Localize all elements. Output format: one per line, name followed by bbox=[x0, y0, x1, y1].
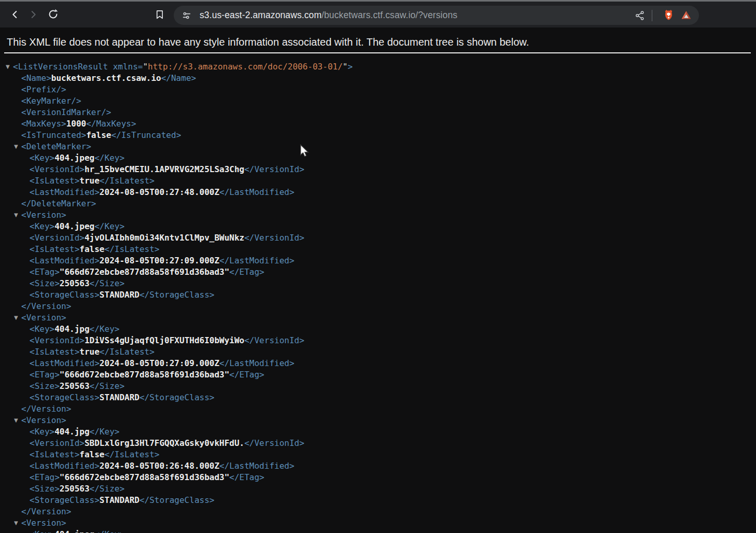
page-content: This XML file does not appear to have an… bbox=[0, 27, 756, 533]
xml-line: <LastModified>2024-08-05T00:27:09.000Z</… bbox=[0, 255, 756, 266]
xml-line: <VersionId>4jvOLAIbh0mOi34Kntv1ClMpv_BWu… bbox=[0, 232, 756, 244]
xml-line: <Key>404.jpg</Key> bbox=[0, 426, 756, 438]
xml-line: <VersionIdMarker/> bbox=[0, 107, 756, 118]
xml-line: <LastModified>2024-08-05T00:27:09.000Z</… bbox=[0, 358, 756, 369]
xml-line: </Version> bbox=[0, 403, 756, 415]
xml-line: <IsLatest>false</IsLatest> bbox=[0, 244, 756, 255]
xml-line: <Prefix/> bbox=[0, 84, 756, 95]
xml-line: <VersionId>1DiVSs4gUjaqfQlj0FXUTHd6I0bWy… bbox=[0, 335, 756, 346]
xml-line: <ETag>"666d672ebcbe877d88a58f691d36bad3"… bbox=[0, 472, 756, 483]
collapse-arrow-icon[interactable]: ▼ bbox=[6, 61, 13, 73]
xml-line: <Key>404.jpg</Key> bbox=[0, 324, 756, 335]
collapse-arrow-icon[interactable]: ▼ bbox=[14, 415, 21, 426]
urlbar-divider bbox=[652, 10, 652, 21]
xml-line: <Key>404.jpeg</Key> bbox=[0, 529, 756, 533]
collapse-arrow-icon[interactable]: ▼ bbox=[14, 312, 21, 324]
site-info-icon bbox=[181, 10, 192, 21]
xml-line: <StorageClass>STANDARD</StorageClass> bbox=[0, 495, 756, 506]
xml-line: </DeleteMarker> bbox=[0, 198, 756, 209]
xml-tree: ▼<ListVersionsResult xmlns="http://s3.am… bbox=[0, 61, 756, 533]
xml-line: <VersionId>SBDLxlGrg13Hl7FGQQXaGsky0vkHF… bbox=[0, 438, 756, 449]
brave-shields-button[interactable] bbox=[662, 9, 675, 22]
notice-divider bbox=[4, 52, 751, 53]
site-info-button[interactable] bbox=[181, 10, 192, 21]
xml-line: <KeyMarker/> bbox=[0, 95, 756, 107]
xml-line: <VersionId>hr_15bveCMEIU.1APVRVG2M25LSa3… bbox=[0, 164, 756, 175]
collapse-arrow-icon[interactable]: ▼ bbox=[14, 517, 21, 529]
back-button[interactable] bbox=[5, 5, 25, 25]
xml-line: </Version> bbox=[0, 506, 756, 517]
share-icon bbox=[634, 10, 646, 21]
xml-line: ▼<Version> bbox=[0, 209, 756, 221]
bookmark-icon bbox=[154, 9, 165, 22]
xml-line: <StorageClass>STANDARD</StorageClass> bbox=[0, 392, 756, 403]
xml-notice: This XML file does not appear to have an… bbox=[7, 36, 529, 48]
xml-line: <IsLatest>true</IsLatest> bbox=[0, 175, 756, 187]
xml-line: </Version> bbox=[0, 301, 756, 312]
xml-line: <IsLatest>true</IsLatest> bbox=[0, 346, 756, 358]
xml-line: <LastModified>2024-08-05T00:27:48.000Z</… bbox=[0, 187, 756, 198]
mouse-cursor bbox=[299, 144, 311, 160]
share-button[interactable] bbox=[633, 9, 647, 22]
xml-line: <Name>bucketwars.ctf.csaw.io</Name> bbox=[0, 73, 756, 84]
bookmark-button[interactable] bbox=[150, 5, 170, 25]
xml-line: ▼<Version> bbox=[0, 415, 756, 426]
reload-icon bbox=[47, 8, 59, 22]
xml-line: ▼<Version> bbox=[0, 312, 756, 324]
xml-line: <Key>404.jpeg</Key> bbox=[0, 221, 756, 232]
browser-toolbar: s3.us-east-2.amazonaws.com/bucketwars.ct… bbox=[0, 0, 756, 27]
collapse-arrow-icon[interactable]: ▼ bbox=[14, 141, 21, 152]
xml-line: <ETag>"666d672ebcbe877d88a58f691d36bad3"… bbox=[0, 266, 756, 278]
reload-button[interactable] bbox=[43, 5, 63, 25]
url-path: /bucketwars.ctf.csaw.io/?versions bbox=[321, 10, 457, 20]
xml-line: <MaxKeys>1000</MaxKeys> bbox=[0, 118, 756, 130]
brave-shield-icon bbox=[663, 9, 675, 21]
xml-line: <IsTruncated>false</IsTruncated> bbox=[0, 130, 756, 141]
xml-line: ▼<Version> bbox=[0, 517, 756, 529]
back-icon bbox=[9, 9, 21, 22]
url-bar[interactable]: s3.us-east-2.amazonaws.com/bucketwars.ct… bbox=[174, 6, 699, 25]
xml-line: <Size>250563</Size> bbox=[0, 278, 756, 289]
xml-line: ▼<DeleteMarker> bbox=[0, 141, 756, 152]
xml-line: ▼<ListVersionsResult xmlns="http://s3.am… bbox=[0, 61, 756, 73]
xml-line: <Size>250563</Size> bbox=[0, 381, 756, 392]
xml-line: <LastModified>2024-08-05T00:26:48.000Z</… bbox=[0, 460, 756, 472]
collapse-arrow-icon[interactable]: ▼ bbox=[14, 209, 21, 221]
xml-line: <Size>250563</Size> bbox=[0, 483, 756, 495]
url-text: s3.us-east-2.amazonaws.com/bucketwars.ct… bbox=[200, 10, 629, 21]
xml-line: <StorageClass>STANDARD</StorageClass> bbox=[0, 289, 756, 301]
xml-line: <ETag>"666d672ebcbe877d88a58f691d36bad3"… bbox=[0, 369, 756, 381]
xml-line: <Key>404.jpeg</Key> bbox=[0, 152, 756, 164]
url-domain: s3.us-east-2.amazonaws.com bbox=[200, 10, 321, 20]
forward-icon bbox=[27, 9, 39, 22]
bat-rewards-button[interactable] bbox=[679, 9, 693, 22]
bat-triangle-icon bbox=[680, 9, 692, 21]
forward-button[interactable] bbox=[23, 5, 43, 25]
xml-line: <IsLatest>false</IsLatest> bbox=[0, 449, 756, 460]
